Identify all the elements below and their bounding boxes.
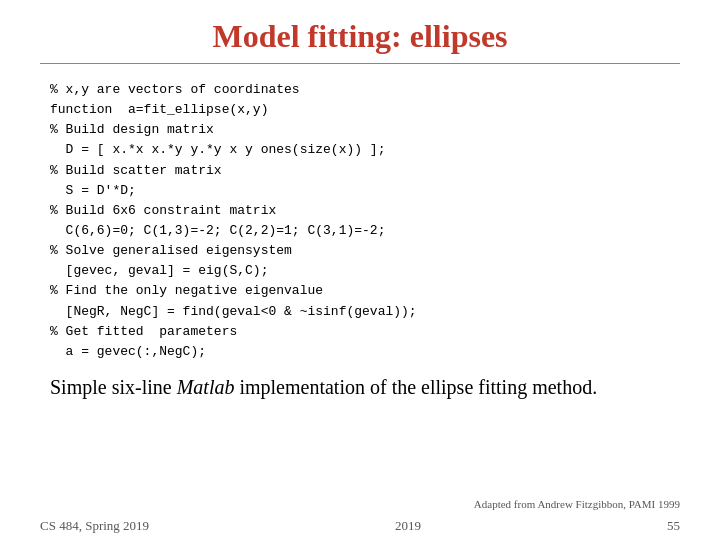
code-line-4: D = [ x.*x x.*y y.*y x y ones(size(x)) ]… (50, 142, 385, 157)
footer-left: CS 484, Spring 2019 (40, 518, 149, 534)
code-line-14: a = gevec(:,NegC); (50, 344, 206, 359)
code-line-2: function a=fit_ellipse(x,y) (50, 102, 268, 117)
caption: Simple six-line Matlab implementation of… (40, 376, 680, 399)
footer: CS 484, Spring 2019 2019 55 (0, 512, 720, 540)
code-line-1: % x,y are vectors of coordinates (50, 82, 300, 97)
adapted-from: Adapted from Andrew Fitzgibbon, PAMI 199… (474, 498, 680, 510)
footer-center: 2019 (395, 518, 421, 534)
footer-right: 55 (667, 518, 680, 534)
code-line-6: S = D'*D; (50, 183, 136, 198)
code-line-11: % Find the only negative eigenvalue (50, 283, 323, 298)
code-line-9: % Solve generalised eigensystem (50, 243, 292, 258)
slide-title: Model fitting: ellipses (40, 0, 680, 63)
code-line-3: % Build design matrix (50, 122, 214, 137)
caption-text: Simple six-line Matlab implementation of… (50, 376, 597, 398)
code-block: % x,y are vectors of coordinates functio… (40, 74, 680, 368)
code-line-8: C(6,6)=0; C(1,3)=-2; C(2,2)=1; C(3,1)=-2… (50, 223, 385, 238)
title-divider (40, 63, 680, 64)
slide-container: Model fitting: ellipses % x,y are vector… (0, 0, 720, 540)
code-line-7: % Build 6x6 constraint matrix (50, 203, 276, 218)
code-line-5: % Build scatter matrix (50, 163, 222, 178)
code-line-13: % Get fitted parameters (50, 324, 237, 339)
code-line-10: [gevec, geval] = eig(S,C); (50, 263, 268, 278)
code-line-12: [NegR, NegC] = find(geval<0 & ~isinf(gev… (50, 304, 417, 319)
